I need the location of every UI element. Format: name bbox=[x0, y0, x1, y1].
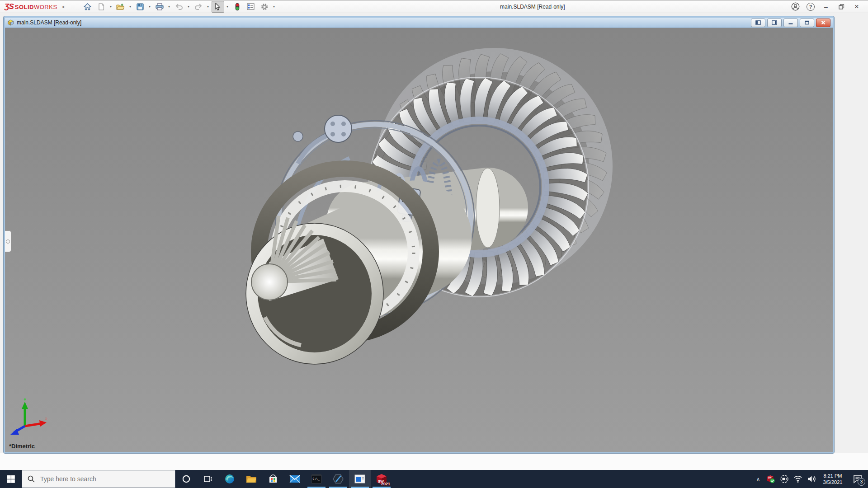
doc-show-left-pane-button[interactable] bbox=[751, 19, 765, 27]
task-view-button[interactable] bbox=[197, 470, 219, 488]
new-document-dropdown[interactable]: ▾ bbox=[108, 1, 113, 12]
app-window-title: main.SLDASM [Read-only] bbox=[277, 4, 788, 10]
help-button[interactable]: ? bbox=[804, 1, 817, 12]
doc-close-button[interactable] bbox=[816, 19, 830, 27]
file-properties-button[interactable] bbox=[245, 1, 257, 13]
save-button[interactable] bbox=[134, 1, 146, 13]
app-close-button[interactable]: × bbox=[850, 1, 863, 12]
app-window-icon bbox=[354, 474, 365, 483]
redo-icon bbox=[194, 4, 203, 10]
print-icon bbox=[156, 3, 164, 10]
print-button[interactable] bbox=[153, 1, 166, 13]
document-window-controls bbox=[751, 19, 830, 27]
doc-restore-icon bbox=[804, 20, 810, 25]
taskbar-search-input[interactable] bbox=[39, 475, 175, 483]
tray-network[interactable] bbox=[791, 470, 805, 488]
tray-overflow-chevron[interactable]: ∧ bbox=[752, 470, 764, 488]
meet-now-icon bbox=[780, 474, 789, 483]
doc-show-right-pane-button[interactable] bbox=[767, 19, 782, 27]
microsoft-store-button[interactable] bbox=[262, 470, 284, 488]
solidworks-taskbar-button[interactable]: SW 2021 bbox=[371, 470, 392, 488]
microsoft-store-icon bbox=[268, 474, 278, 484]
solidworks-year-label: 2021 bbox=[381, 482, 390, 486]
save-icon bbox=[137, 3, 144, 10]
document-titlebar[interactable]: main.SLDASM [Read-only] bbox=[5, 18, 833, 28]
taskbar-search[interactable] bbox=[22, 470, 175, 488]
document-window: main.SLDASM [Read-only] bbox=[4, 16, 834, 453]
tray-volume[interactable] bbox=[805, 470, 818, 488]
home-icon bbox=[84, 3, 91, 10]
app-background-bottom bbox=[0, 453, 868, 470]
cortana-button[interactable] bbox=[175, 470, 197, 488]
options-button[interactable] bbox=[258, 1, 271, 13]
file-explorer-button[interactable] bbox=[241, 470, 262, 488]
solidworks-logo-light: WORKS bbox=[34, 4, 57, 10]
taskbar: C:\_ SW bbox=[0, 470, 868, 488]
rebuild-button[interactable] bbox=[231, 1, 244, 13]
notification-count-badge: 3 bbox=[858, 478, 865, 486]
tray-meet-now[interactable] bbox=[778, 470, 791, 488]
undo-button[interactable] bbox=[173, 1, 185, 13]
select-cursor-icon bbox=[214, 3, 221, 10]
redo-button[interactable] bbox=[192, 1, 205, 13]
search-icon bbox=[28, 475, 35, 483]
menu-flyout-icon[interactable]: ▸ bbox=[63, 4, 65, 9]
edge-icon bbox=[224, 474, 235, 484]
action-center-button[interactable]: 3 bbox=[847, 470, 868, 488]
open-button[interactable] bbox=[114, 1, 127, 13]
print-dropdown[interactable]: ▾ bbox=[167, 1, 172, 12]
sign-in-button[interactable] bbox=[788, 1, 802, 12]
save-dropdown[interactable]: ▾ bbox=[147, 1, 152, 12]
select-tool-dropdown[interactable]: ▾ bbox=[225, 1, 230, 12]
command-prompt-button[interactable]: C:\_ bbox=[306, 470, 327, 488]
solidworks-logo-mark: ƷS bbox=[5, 2, 14, 11]
home-button[interactable] bbox=[81, 1, 94, 13]
hexagon-app-icon bbox=[332, 473, 344, 485]
pushpin-icon bbox=[6, 239, 10, 244]
redo-dropdown[interactable]: ▾ bbox=[206, 1, 211, 12]
app-titlebar: ƷS SOLID WORKS ▸ ▾ bbox=[0, 0, 868, 13]
doc-minimize-button[interactable] bbox=[783, 19, 798, 27]
tray-time: 8:21 PM bbox=[824, 473, 842, 479]
doc-minimize-icon bbox=[788, 20, 793, 25]
feature-tree-collapsed-tab[interactable] bbox=[5, 230, 11, 252]
tray-solidworks-monitor[interactable]: SW bbox=[764, 470, 778, 488]
wifi-icon bbox=[793, 475, 802, 483]
undo-icon bbox=[175, 4, 183, 10]
hexagon-app-button[interactable] bbox=[327, 470, 349, 488]
file-properties-icon bbox=[247, 3, 255, 10]
new-document-icon bbox=[98, 3, 104, 10]
new-document-button[interactable] bbox=[95, 1, 108, 13]
svg-text:SW: SW bbox=[768, 476, 772, 479]
open-folder-icon bbox=[116, 3, 125, 10]
graphics-viewport[interactable]: x *Dimetric bbox=[5, 28, 833, 452]
options-dropdown[interactable]: ▾ bbox=[272, 1, 277, 12]
select-tool-button[interactable] bbox=[212, 1, 224, 13]
mail-icon bbox=[289, 474, 300, 483]
windows-logo-icon bbox=[7, 475, 15, 483]
tray-clock[interactable]: 8:21 PM 3/5/2021 bbox=[818, 470, 847, 488]
speaker-icon bbox=[807, 475, 816, 483]
edge-button[interactable] bbox=[219, 470, 241, 488]
open-dropdown[interactable]: ▾ bbox=[128, 1, 133, 12]
solidworks-logo-bold: SOLID bbox=[15, 4, 34, 10]
user-account-icon bbox=[791, 2, 800, 11]
app-window-button[interactable] bbox=[349, 470, 371, 488]
solidworks-monitor-icon: SW bbox=[766, 474, 775, 483]
doc-restore-button[interactable] bbox=[800, 19, 814, 27]
app-restore-button[interactable] bbox=[835, 1, 848, 12]
assembly-document-icon bbox=[7, 19, 14, 26]
start-button[interactable] bbox=[0, 470, 22, 488]
file-explorer-icon bbox=[246, 474, 257, 484]
right-pane-icon bbox=[772, 20, 777, 25]
command-prompt-icon: C:\_ bbox=[311, 474, 322, 484]
engine-model bbox=[5, 28, 833, 452]
undo-dropdown[interactable]: ▾ bbox=[186, 1, 191, 12]
rebuild-traffic-light-icon bbox=[235, 3, 240, 11]
tray-date: 3/5/2021 bbox=[823, 479, 843, 485]
app-minimize-button[interactable]: – bbox=[819, 1, 833, 12]
desktop: ƷS SOLID WORKS ▸ ▾ bbox=[0, 0, 868, 488]
options-gear-icon bbox=[260, 3, 269, 11]
left-pane-icon bbox=[755, 20, 761, 25]
mail-button[interactable] bbox=[284, 470, 306, 488]
